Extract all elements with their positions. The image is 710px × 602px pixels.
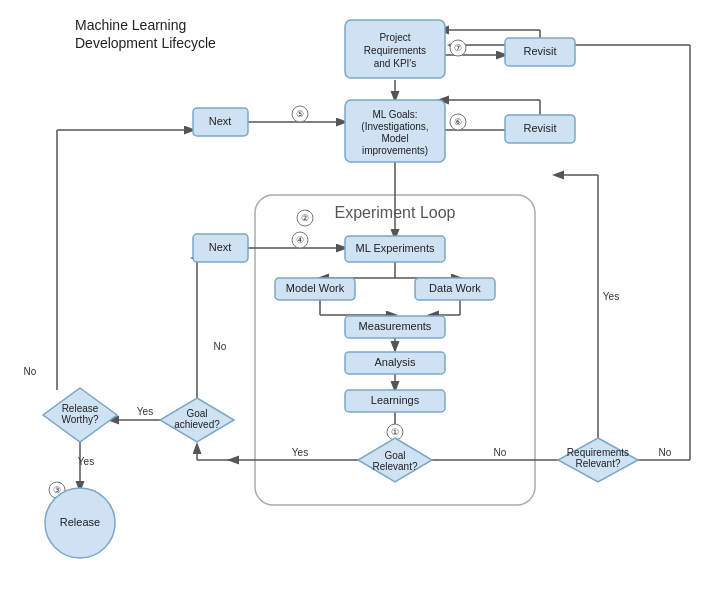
svg-text:Model Work: Model Work [286, 282, 345, 294]
svg-text:Release: Release [60, 516, 100, 528]
svg-text:improvements): improvements) [362, 145, 428, 156]
svg-text:Yes: Yes [603, 291, 619, 302]
svg-text:No: No [24, 366, 37, 377]
svg-text:⑥: ⑥ [454, 117, 462, 127]
svg-text:Analysis: Analysis [375, 356, 416, 368]
svg-text:and KPI's: and KPI's [374, 58, 417, 69]
svg-text:Yes: Yes [292, 447, 308, 458]
svg-text:Measurements: Measurements [359, 320, 432, 332]
svg-text:Requirements: Requirements [567, 447, 629, 458]
svg-text:⑦: ⑦ [454, 43, 462, 53]
svg-text:Yes: Yes [137, 406, 153, 417]
svg-text:④: ④ [296, 235, 304, 245]
svg-text:(Investigations,: (Investigations, [361, 121, 428, 132]
svg-text:ML Goals:: ML Goals: [372, 109, 417, 120]
svg-text:Project: Project [379, 32, 410, 43]
diagram-title: Machine Learning [75, 17, 186, 33]
svg-text:Revisit: Revisit [523, 45, 556, 57]
svg-text:Goal: Goal [186, 408, 207, 419]
svg-text:Relevant?: Relevant? [372, 461, 417, 472]
svg-text:Next: Next [209, 115, 232, 127]
svg-text:Yes: Yes [78, 456, 94, 467]
svg-text:ML Experiments: ML Experiments [355, 242, 435, 254]
svg-text:Worthy?: Worthy? [61, 414, 98, 425]
svg-text:Requirements: Requirements [364, 45, 426, 56]
svg-text:Relevant?: Relevant? [575, 458, 620, 469]
svg-text:Next: Next [209, 241, 232, 253]
svg-text:①: ① [391, 427, 399, 437]
svg-text:No: No [494, 447, 507, 458]
diagram-subtitle: Development Lifecycle [75, 35, 216, 51]
svg-text:Data Work: Data Work [429, 282, 481, 294]
svg-text:No: No [214, 341, 227, 352]
diagram-container: Machine Learning Development Lifecycle E… [0, 0, 710, 602]
svg-text:No: No [659, 447, 672, 458]
svg-text:Release: Release [62, 403, 99, 414]
svg-text:Goal: Goal [384, 450, 405, 461]
svg-text:Learnings: Learnings [371, 394, 420, 406]
svg-text:Revisit: Revisit [523, 122, 556, 134]
svg-text:Model: Model [381, 133, 408, 144]
svg-text:achieved?: achieved? [174, 419, 220, 430]
svg-text:②: ② [301, 213, 309, 223]
svg-text:⑤: ⑤ [296, 109, 304, 119]
